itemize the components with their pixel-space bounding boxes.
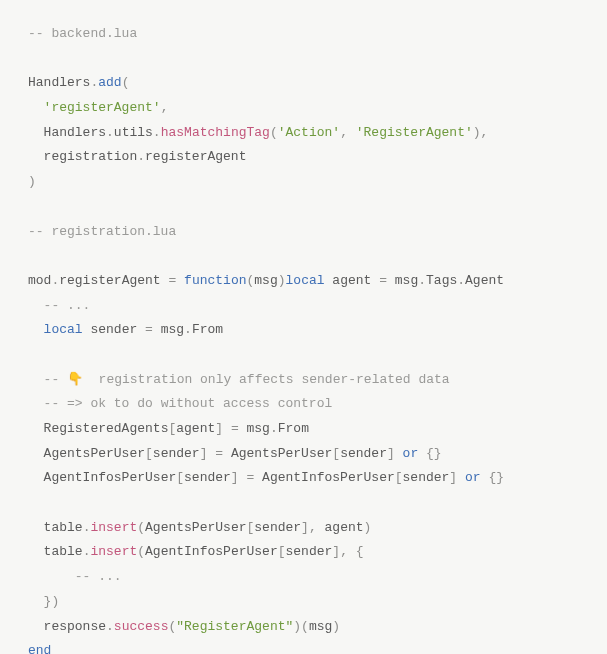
punct-lbracket: [: [145, 446, 153, 461]
ident-handlers: Handlers: [28, 75, 90, 90]
ident-sender-5: sender: [403, 470, 450, 485]
ident-sender-4: sender: [184, 470, 231, 485]
string-action: 'Action': [278, 125, 340, 140]
ident-sender-3: sender: [340, 446, 387, 461]
punct-rparen: ): [28, 174, 36, 189]
ident-from: From: [192, 322, 223, 337]
string-register-agent-2: 'RegisterAgent': [356, 125, 473, 140]
punct-dot: .: [457, 273, 465, 288]
punct-lparen: (: [137, 544, 145, 559]
kw-end: end: [28, 643, 51, 654]
punct-dot: .: [184, 322, 192, 337]
punct-comma: ,: [161, 100, 169, 115]
kw-local: local: [286, 273, 325, 288]
ident-agent-infos-per-user: AgentInfosPerUser: [44, 470, 177, 485]
call-insert: insert: [90, 520, 137, 535]
ident-register-agent: registerAgent: [145, 149, 246, 164]
kw-or-2: or: [465, 470, 481, 485]
comment-backend: -- backend.lua: [28, 26, 137, 41]
ident-from-2: From: [278, 421, 309, 436]
punct-eq: =: [231, 421, 239, 436]
ident-register-agent-2: registerAgent: [59, 273, 160, 288]
punct-comma: ,: [481, 125, 489, 140]
punct-rparen: ): [51, 594, 59, 609]
punct-dot: .: [106, 125, 114, 140]
call-has-matching-tag: hasMatchingTag: [161, 125, 270, 140]
punct-comma: ,: [309, 520, 317, 535]
punct-rparen: ): [332, 619, 340, 634]
punct-lparen: (: [301, 619, 309, 634]
punct-eq: =: [246, 470, 254, 485]
punct-rbracket: ]: [332, 544, 340, 559]
punct-lbracket: [: [395, 470, 403, 485]
punct-rbracket: ]: [231, 470, 239, 485]
punct-rbracket: ]: [200, 446, 208, 461]
punct-rbracket: ]: [449, 470, 457, 485]
punct-lbracket: [: [332, 446, 340, 461]
kw-function: function: [184, 273, 246, 288]
kw-or: or: [403, 446, 419, 461]
punct-comma: ,: [340, 544, 348, 559]
comment-ellipsis-1: -- ...: [44, 298, 91, 313]
ident-msg: msg: [395, 273, 418, 288]
ident-utils: utils: [114, 125, 153, 140]
ident-agent-infos-per-user-3: AgentInfosPerUser: [145, 544, 278, 559]
punct-dot: .: [106, 619, 114, 634]
punct-rparen: ): [364, 520, 372, 535]
ident-msg: msg: [247, 421, 270, 436]
punct-lbracket: [: [176, 470, 184, 485]
punct-lbrace: {: [426, 446, 434, 461]
ident-agent-3: agent: [325, 520, 364, 535]
ident-sender-7: sender: [286, 544, 333, 559]
code-block: -- backend.lua Handlers.add( 'registerAg…: [0, 0, 607, 654]
ident-agent-infos-per-user-2: AgentInfosPerUser: [262, 470, 395, 485]
punct-lparen: (: [270, 125, 278, 140]
kw-local-2: local: [44, 322, 83, 337]
punct-lbracket: [: [278, 544, 286, 559]
punct-lparen: (: [122, 75, 130, 90]
comment-ok: -- => ok to do without access control: [44, 396, 333, 411]
string-register-agent-dq: "RegisterAgent": [176, 619, 293, 634]
ident-agent-2: agent: [176, 421, 215, 436]
punct-lbrace: {: [356, 544, 364, 559]
punct-rbracket: ]: [387, 446, 395, 461]
punct-rbrace: }: [496, 470, 504, 485]
punct-rparen: ): [293, 619, 301, 634]
comment-registration: -- registration.lua: [28, 224, 176, 239]
punct-eq: =: [168, 273, 176, 288]
punct-comma: ,: [340, 125, 348, 140]
string-register-agent: 'registerAgent': [44, 100, 161, 115]
ident-tags: Tags: [426, 273, 457, 288]
punct-rparen: ): [278, 273, 286, 288]
ident-sender-2: sender: [153, 446, 200, 461]
punct-rbracket: ]: [301, 520, 309, 535]
punct-dot: .: [418, 273, 426, 288]
ident-msg: msg: [254, 273, 277, 288]
ident-agent-cap: Agent: [465, 273, 504, 288]
punct-eq: =: [379, 273, 387, 288]
call-insert-2: insert: [90, 544, 137, 559]
call-success: success: [114, 619, 169, 634]
ident-sender: sender: [90, 322, 137, 337]
punct-rparen: ): [473, 125, 481, 140]
ident-mod: mod: [28, 273, 51, 288]
ident-sender-6: sender: [254, 520, 301, 535]
punct-dot: .: [270, 421, 278, 436]
ident-msg: msg: [161, 322, 184, 337]
punct-dot: .: [137, 149, 145, 164]
ident-agent: agent: [332, 273, 371, 288]
ident-registration: registration: [44, 149, 138, 164]
ident-table: table: [44, 520, 83, 535]
comment-ellipsis-2: -- ...: [75, 569, 122, 584]
punct-eq: =: [145, 322, 153, 337]
ident-agents-per-user: AgentsPerUser: [44, 446, 145, 461]
ident-agents-per-user-3: AgentsPerUser: [145, 520, 246, 535]
ident-handlers-2: Handlers: [44, 125, 106, 140]
punct-dot: .: [153, 125, 161, 140]
punct-lparen: (: [137, 520, 145, 535]
punct-rbrace: }: [434, 446, 442, 461]
ident-table-2: table: [44, 544, 83, 559]
ident-agents-per-user-2: AgentsPerUser: [231, 446, 332, 461]
ident-response: response: [44, 619, 106, 634]
comment-point: -- 👇 registration only affects sender-re…: [44, 372, 450, 387]
